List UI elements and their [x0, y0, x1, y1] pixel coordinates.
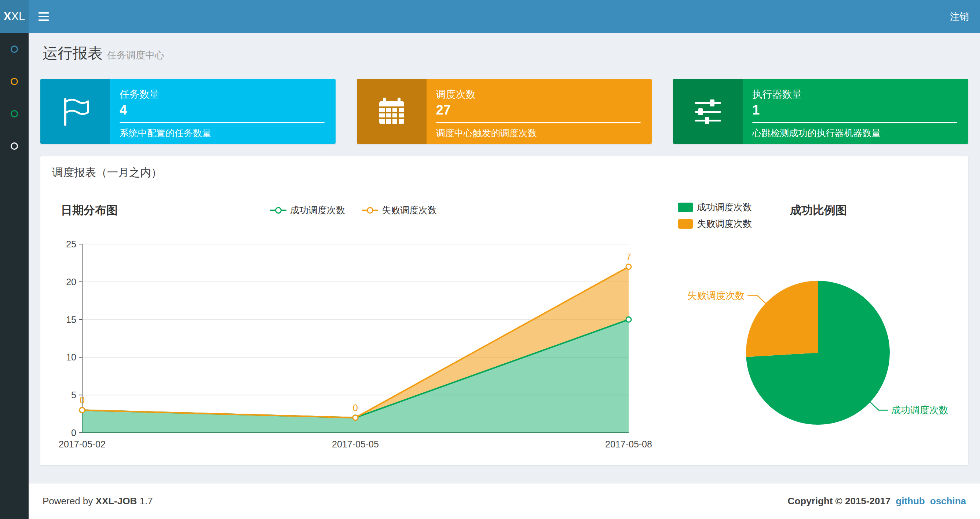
sidebar-item-1[interactable]	[0, 33, 29, 65]
svg-text:0: 0	[353, 402, 358, 413]
github-link[interactable]: github	[896, 495, 924, 506]
stat-title: 调度次数	[436, 88, 641, 101]
info-box-tasks: 任务数量 4 系统中配置的任务数量	[40, 79, 336, 144]
sidebar-item-2[interactable]	[0, 65, 29, 97]
logout-link[interactable]: 注销	[950, 10, 969, 23]
app-name: XXL-JOB	[96, 495, 137, 506]
sidebar-toggle-button[interactable]	[29, 0, 59, 33]
sidebar	[0, 33, 29, 519]
stat-description: 调度中心触发的调度次数	[436, 127, 641, 139]
pie-chart-legend: 成功调度次数失败调度次数	[678, 201, 752, 230]
circle-icon	[11, 46, 18, 53]
sliders-icon	[673, 79, 743, 144]
info-box-executors: 执行器数量 1 心跳检测成功的执行器机器数量	[673, 79, 968, 144]
app-version: 1.7	[139, 495, 153, 506]
svg-text:2017-05-08: 2017-05-08	[605, 439, 652, 449]
page-title: 运行报表任务调度中心	[43, 43, 966, 64]
svg-text:失败调度次数: 失败调度次数	[687, 290, 745, 301]
powered-by: Powered by XXL-JOB 1.7	[43, 495, 153, 507]
stat-divider	[752, 122, 957, 123]
flag-icon	[40, 79, 110, 144]
content-header: 运行报表任务调度中心	[29, 33, 980, 66]
legend-item[interactable]: 成功调度次数	[678, 201, 752, 213]
svg-text:15: 15	[66, 315, 76, 325]
svg-text:7: 7	[626, 252, 631, 262]
line-chart-legend: 成功调度次数失败调度次数	[270, 204, 437, 216]
line-chart: 日期分布图 成功调度次数失败调度次数 05101520252017-05-022…	[53, 198, 654, 463]
svg-text:10: 10	[66, 352, 76, 362]
sidebar-item-4[interactable]	[0, 130, 29, 162]
svg-text:25: 25	[66, 239, 76, 249]
svg-text:5: 5	[71, 390, 76, 400]
logo[interactable]: XXL	[0, 0, 29, 33]
page-title-text: 运行报表	[43, 45, 103, 62]
svg-text:20: 20	[66, 277, 76, 287]
top-navbar: XXL 注销	[0, 0, 980, 33]
report-panel: 调度报表（一月之内） 日期分布图 成功调度次数失败调度次数 0510152025…	[40, 156, 968, 465]
circle-icon	[11, 110, 18, 117]
stat-value: 4	[119, 102, 325, 118]
oschina-link[interactable]: oschina	[930, 495, 966, 506]
line-chart-title: 日期分布图	[61, 203, 118, 218]
stat-value: 27	[436, 102, 641, 118]
hamburger-icon	[38, 12, 49, 14]
panel-body: 日期分布图 成功调度次数失败调度次数 05101520252017-05-022…	[40, 189, 968, 465]
copyright: Copyright © 2015-2017githuboschina	[788, 495, 966, 507]
main-content: 运行报表任务调度中心 任务数量 4 系统中配置的任务数量	[29, 33, 980, 465]
stat-title: 执行器数量	[752, 88, 957, 101]
panel-title: 调度报表（一月之内）	[40, 156, 968, 189]
svg-text:0: 0	[80, 395, 85, 405]
logo-rest: XL	[11, 10, 25, 23]
stat-description: 系统中配置的任务数量	[119, 127, 325, 139]
line-chart-svg[interactable]: 05101520252017-05-022017-05-052017-05-08…	[53, 224, 654, 463]
svg-text:2017-05-05: 2017-05-05	[332, 439, 379, 449]
stat-divider	[436, 122, 641, 123]
calendar-icon	[357, 79, 426, 144]
stats-row: 任务数量 4 系统中配置的任务数量	[40, 79, 968, 144]
circle-icon	[11, 78, 18, 85]
svg-text:成功调度次数: 成功调度次数	[891, 404, 948, 415]
pie-chart-svg[interactable]: 成功调度次数失败调度次数	[673, 198, 980, 463]
footer: Powered by XXL-JOB 1.7 Copyright © 2015-…	[29, 483, 980, 519]
page-subtitle: 任务调度中心	[107, 50, 164, 61]
svg-text:2017-05-02: 2017-05-02	[59, 439, 106, 449]
legend-item[interactable]: 失败调度次数	[678, 218, 752, 230]
stat-divider	[119, 122, 325, 123]
pie-chart: 成功调度次数失败调度次数 成功比例图 成功调度次数失败调度次数	[673, 198, 980, 463]
stat-description: 心跳检测成功的执行器机器数量	[752, 127, 957, 139]
sidebar-item-3[interactable]	[0, 97, 29, 130]
logo-bold: X	[4, 10, 11, 23]
stat-title: 任务数量	[119, 88, 325, 101]
circle-icon	[11, 142, 18, 150]
stat-value: 1	[752, 102, 957, 118]
info-box-triggers: 调度次数 27 调度中心触发的调度次数	[357, 79, 652, 144]
svg-text:0: 0	[71, 428, 76, 438]
legend-item[interactable]: 失败调度次数	[362, 204, 437, 216]
legend-item[interactable]: 成功调度次数	[270, 204, 345, 216]
